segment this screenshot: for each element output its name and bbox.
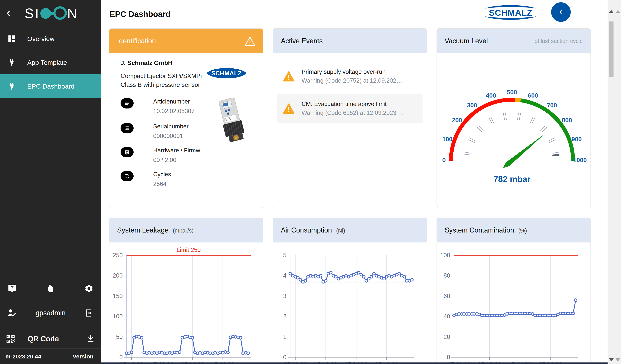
svg-text:SCHMALZ: SCHMALZ	[211, 70, 242, 77]
article-icon	[121, 98, 134, 109]
chevron-left-icon	[557, 8, 565, 16]
chip-icon	[121, 147, 134, 157]
username: gpsadmin	[35, 309, 66, 317]
version-label: Version	[73, 353, 93, 360]
event-row[interactable]: Primary supply voltage over-run Warning …	[277, 62, 423, 91]
sidebar-tools-row: ?	[0, 280, 101, 297]
svg-text:200: 200	[113, 272, 123, 279]
usb-connector-icon[interactable]	[46, 284, 55, 293]
page-header: EPC Dashboard SCHMALZ	[101, 0, 607, 28]
collapse-panel-button[interactable]	[551, 2, 571, 22]
svg-text:3: 3	[125, 129, 126, 131]
field-cycles: Cycles 2564	[121, 171, 171, 188]
logo-text-si: SI	[25, 6, 40, 21]
system-leakage-card: 05010015020025015:10:0015:12:0015:14:001…	[109, 218, 263, 364]
logout-icon[interactable]	[84, 308, 94, 318]
scrollbar-thumb[interactable]	[609, 21, 614, 77]
plug-icon	[7, 58, 16, 67]
event-row[interactable]: CM: Evacuation time above limit Warning …	[277, 94, 423, 123]
vacuum-level-card: Vacuum Level of last suction cycle 01002…	[436, 28, 591, 208]
svg-text:0: 0	[283, 354, 286, 361]
svg-text:2: 2	[283, 313, 286, 320]
card-unit: (Nl)	[336, 227, 345, 234]
scroll-up-arrow-icon[interactable]	[609, 10, 614, 13]
product-description-line2: Class B with pressure sensor	[121, 81, 200, 88]
card-title: Active Events	[281, 37, 323, 45]
chevron-left-icon	[4, 9, 13, 18]
schmalz-logo: SCHMALZ	[483, 3, 538, 21]
svg-text:4: 4	[283, 272, 286, 279]
page-title: EPC Dashboard	[110, 10, 171, 19]
next-row-edge	[101, 363, 621, 364]
qr-code-label: QR Code	[28, 335, 86, 343]
warning-icon	[283, 103, 295, 114]
card-title: Identification	[117, 37, 156, 45]
svg-text:60: 60	[444, 293, 450, 300]
system-contamination-card-header: System Contamination (%)	[437, 218, 590, 242]
svg-text:500: 500	[507, 89, 517, 96]
sidebar-item-app-template[interactable]: App Template	[0, 51, 101, 74]
cycles-icon	[121, 171, 134, 181]
gear-icon[interactable]	[84, 284, 93, 293]
sidebar-item-overview[interactable]: Overview	[0, 27, 101, 51]
field-label: Hardware / Firmw…	[153, 147, 206, 154]
field-articlenumber: Articlenumber 10.02.02.05307	[121, 98, 195, 115]
scroll-down-arrow-icon[interactable]	[609, 358, 614, 361]
svg-text:400: 400	[486, 92, 496, 99]
sidebar-qr-row: QR Code	[0, 329, 101, 348]
svg-text:1000: 1000	[573, 157, 587, 163]
svg-text:?: ?	[11, 285, 14, 291]
field-label: Articlenumber	[153, 98, 195, 105]
sidebar-version-row: m-2023.20.44 Version	[0, 349, 101, 364]
system-leakage-card-header: System Leakage (mbar/s)	[109, 218, 263, 242]
field-value: 00 / 2.00	[153, 157, 206, 163]
svg-text:100: 100	[440, 252, 450, 259]
field-serialnumber: 123 Serialnumber 000000001	[121, 123, 189, 140]
field-hardware-firmware: Hardware / Firmw… 00 / 2.00	[121, 147, 206, 163]
sidebar-menu: Overview App Template EPC Dashboard	[0, 27, 101, 98]
event-title: CM: Evacuation time above limit	[302, 101, 404, 108]
svg-text:0: 0	[447, 354, 450, 361]
svg-text:600: 600	[528, 92, 538, 99]
svg-text:100: 100	[113, 313, 123, 320]
event-detail: Warning (Code 20752) at 12.09.202…	[302, 77, 402, 84]
logo-text-n: N	[67, 6, 78, 21]
svg-text:20: 20	[444, 333, 450, 340]
svg-text:80: 80	[444, 272, 450, 279]
download-icon[interactable]	[86, 334, 95, 344]
svg-text:40: 40	[444, 313, 450, 320]
svg-text:100: 100	[442, 136, 452, 142]
svg-text:1: 1	[283, 333, 286, 340]
person-check-icon	[7, 308, 17, 318]
page-scrollbar[interactable]	[615, 0, 621, 364]
plug-icon	[7, 82, 16, 91]
svg-text:300: 300	[467, 102, 477, 109]
sidebar-header: SI C N	[0, 0, 101, 27]
version-number: m-2023.20.44	[5, 353, 41, 360]
sidebar-user-row: gpsadmin	[0, 297, 101, 329]
svg-text:SCHMALZ: SCHMALZ	[489, 8, 533, 18]
sicon-logo: SI C N	[25, 6, 78, 21]
svg-text:200: 200	[452, 117, 462, 124]
sidebar-collapse-button[interactable]	[0, 5, 17, 22]
active-events-card: Active Events Primary supply voltage ove…	[273, 28, 427, 208]
card-unit: (%)	[518, 227, 527, 234]
card-title: System Leakage	[117, 226, 169, 234]
content-scrollbar[interactable]	[607, 0, 615, 364]
system-contamination-card: 02040608010015:10:0015:12:0015:14:0015:1…	[436, 218, 591, 364]
scroll-up-arrow-icon[interactable]	[615, 10, 621, 13]
sidebar-item-epc-dashboard[interactable]: EPC Dashboard	[0, 74, 101, 98]
product-description-line1: Compact Ejector SXPi/SXMPi	[121, 72, 202, 79]
svg-text:150: 150	[113, 293, 123, 300]
scroll-down-arrow-icon[interactable]	[615, 358, 621, 361]
svg-text:0: 0	[120, 354, 123, 361]
card-title: Air Consumption	[281, 226, 332, 234]
field-label: Cycles	[153, 171, 171, 178]
svg-text:50: 50	[116, 333, 123, 340]
svg-text:5: 5	[283, 252, 286, 259]
logo-teal-dot	[40, 8, 51, 19]
help-icon[interactable]: ?	[8, 284, 17, 293]
logo-teal-ring	[52, 6, 67, 20]
schmalz-logo-small: SCHMALZ	[206, 64, 248, 82]
identification-card-header: Identification	[109, 29, 263, 53]
